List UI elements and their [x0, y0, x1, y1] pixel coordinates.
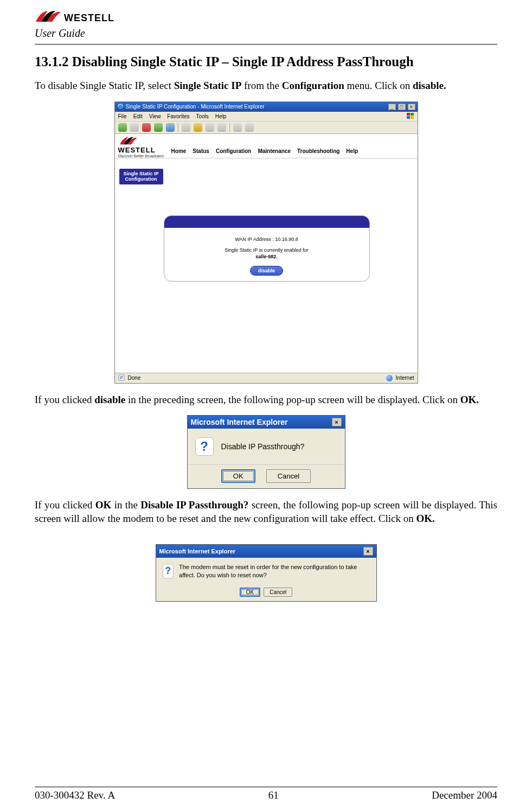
menu-tools[interactable]: Tools	[196, 113, 208, 119]
wan-ip-row: WAN IP Address : 10.16.90.8	[171, 237, 363, 242]
westell-logo-icon	[35, 10, 62, 26]
westell-logo-icon	[118, 136, 139, 147]
dialog-disable-passthrough: Microsoft Internet Explorer × ? Disable …	[187, 415, 345, 489]
config-panel: WAN IP Address : 10.16.90.8 Single Stati…	[164, 215, 370, 282]
home-icon[interactable]	[166, 123, 175, 132]
text-run: To disable Single Static IP, select	[35, 80, 174, 91]
status-done: Done	[128, 375, 141, 381]
svg-rect-4	[411, 116, 414, 119]
favorites-icon[interactable]	[194, 123, 202, 132]
wan-ip-label: WAN IP Address :	[235, 237, 274, 242]
text-run: in the preceding screen, the following p…	[125, 394, 460, 405]
ie-status-bar: Done Internet	[115, 373, 418, 383]
status-zone: Internet	[396, 375, 414, 381]
footer-rule	[35, 787, 497, 787]
media-icon[interactable]	[206, 123, 214, 132]
menu-help[interactable]: Help	[215, 113, 227, 119]
text-bold: disable.	[413, 80, 446, 91]
nav-maintenance[interactable]: Maintenance	[258, 148, 291, 154]
dialog-titlebar: Microsoft Internet Explorer ×	[156, 545, 376, 558]
text-bold: Single Static IP	[174, 80, 242, 91]
dialog-titlebar: Microsoft Internet Explorer ×	[188, 416, 345, 429]
brand-tagline: Discover Better Broadband	[118, 154, 164, 158]
ie-app-icon	[117, 103, 124, 111]
footer-page-number: 61	[268, 789, 279, 801]
maximize-button[interactable]: □	[398, 104, 406, 110]
menu-favorites[interactable]: Favorites	[167, 113, 189, 119]
dialog-message: The modem must be reset in order for the…	[179, 563, 369, 579]
dialog-title: Microsoft Internet Explorer	[159, 548, 363, 554]
footer-right: December 2004	[432, 789, 497, 801]
ok-button[interactable]: OK	[221, 469, 255, 483]
close-button[interactable]: ×	[363, 547, 373, 556]
panel-header	[164, 216, 369, 228]
ok-button[interactable]: OK	[240, 588, 260, 597]
user-guide-label: User Guide	[35, 27, 497, 40]
refresh-icon[interactable]	[154, 123, 163, 132]
menu-edit[interactable]: Edit	[133, 113, 143, 119]
menu-file[interactable]: File	[118, 113, 127, 119]
brand-text: WESTELL	[118, 146, 156, 154]
ie-toolbar	[115, 121, 418, 134]
print-icon[interactable]	[245, 123, 254, 132]
main-nav: Home Status Configuration Maintenance Tr…	[171, 139, 358, 154]
nav-help[interactable]: Help	[346, 148, 358, 154]
question-icon: ?	[163, 564, 174, 579]
paragraph-1: To disable Single Static IP, select Sing…	[35, 79, 497, 93]
footer-left: 030-300432 Rev. A	[35, 789, 115, 801]
text-bold: Disable IP Passthrough?	[140, 499, 248, 511]
cancel-button[interactable]: Cancel	[266, 469, 311, 483]
toolbar-separator	[229, 123, 230, 132]
dialog-title: Microsoft Internet Explorer	[191, 418, 332, 426]
forward-icon[interactable]	[130, 123, 139, 132]
header-rule	[35, 44, 497, 44]
text-run: If you clicked	[35, 394, 94, 405]
brand-band: WESTELL Discover Better Broadband Home S…	[115, 134, 418, 158]
question-icon: ?	[195, 437, 214, 456]
nav-status[interactable]: Status	[193, 148, 209, 154]
close-button[interactable]: ×	[332, 418, 342, 426]
dialog-reset-modem: Microsoft Internet Explorer × ? The mode…	[156, 544, 377, 602]
enabled-text: Single Static IP is currently enabled fo…	[171, 247, 363, 253]
brand-logo: WESTELL Discover Better Broadband	[118, 136, 164, 158]
enabled-hostname: salle-982.	[171, 254, 363, 259]
search-icon[interactable]	[182, 123, 190, 132]
nav-home[interactable]: Home	[171, 148, 187, 154]
disable-button[interactable]: disable	[250, 266, 283, 276]
text-bold: OK.	[416, 513, 434, 524]
window-title: Single Static IP Configuration - Microso…	[126, 104, 386, 110]
text-bold: OK.	[460, 394, 479, 405]
mail-icon[interactable]	[233, 123, 242, 132]
wan-ip-value: 10.16.90.8	[275, 237, 298, 242]
ie-titlebar: Single Static IP Configuration - Microso…	[115, 102, 418, 112]
section-heading: 13.1.2 Disabling Single Static IP – Sing…	[35, 54, 497, 69]
text-run: If you clicked	[35, 499, 95, 511]
back-icon[interactable]	[118, 123, 127, 132]
page-header: WESTELL	[35, 10, 497, 26]
dialog-message: Disable IP Passthrough?	[221, 442, 305, 451]
internet-zone-icon	[386, 375, 393, 381]
logo-text: WESTELL	[64, 12, 114, 24]
windows-flag-icon	[407, 113, 414, 119]
stop-icon[interactable]	[142, 123, 151, 132]
side-tab-single-static-ip[interactable]: Single Static IP Configuration	[119, 169, 163, 185]
close-button[interactable]: ×	[408, 104, 415, 110]
text-bold: disable	[94, 394, 125, 405]
paragraph-2: If you clicked disable in the preceding …	[35, 393, 497, 407]
cancel-button[interactable]: Cancel	[264, 588, 292, 597]
menu-view[interactable]: View	[149, 113, 161, 119]
svg-rect-2	[411, 113, 414, 116]
done-icon	[118, 374, 125, 382]
toolbar-separator	[178, 123, 178, 132]
page-footer: 030-300432 Rev. A 61 December 2004	[35, 789, 497, 801]
ie-menubar: File Edit View Favorites Tools Help	[115, 112, 418, 121]
text-bold: Configuration	[282, 80, 344, 91]
text-run: from the	[241, 80, 281, 91]
minimize-button[interactable]: _	[388, 104, 396, 110]
nav-troubleshooting[interactable]: Troubleshooting	[297, 148, 339, 154]
text-bold: OK	[95, 499, 112, 511]
text-run: in the	[111, 499, 140, 511]
history-icon[interactable]	[217, 123, 226, 132]
ie-window-screenshot: Single Static IP Configuration - Microso…	[114, 101, 418, 384]
nav-configuration[interactable]: Configuration	[216, 148, 252, 154]
